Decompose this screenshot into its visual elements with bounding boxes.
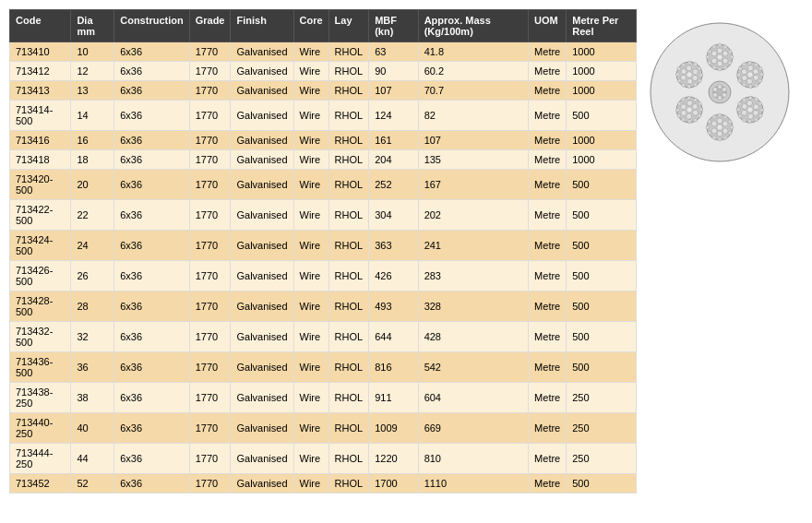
cell-core: Wire [293, 81, 328, 101]
cell-core: Wire [293, 413, 328, 444]
svg-point-75 [722, 121, 728, 126]
cell-dia: 28 [71, 291, 114, 322]
cell-dia: 36 [71, 352, 114, 383]
cell-core: Wire [293, 231, 328, 261]
cell-lay: RHOL [328, 101, 369, 131]
cell-finish: Galvanised [231, 42, 293, 62]
cell-lay: RHOL [328, 62, 369, 81]
cell-approx_mass: 810 [418, 444, 528, 474]
cell-mbf: 1220 [369, 444, 418, 474]
cell-core: Wire [293, 170, 328, 200]
cell-construction: 6x36 [114, 200, 189, 231]
cell-finish: Galvanised [231, 170, 293, 200]
svg-point-14 [711, 51, 717, 56]
cell-mbf: 493 [369, 291, 418, 322]
cell-mbf: 911 [369, 383, 418, 413]
cell-finish: Galvanised [231, 352, 293, 383]
table-row: 713444-250446x361770GalvanisedWireRHOL12… [10, 444, 637, 474]
cell-approx_mass: 283 [418, 261, 528, 291]
cell-grade: 1770 [189, 200, 231, 231]
svg-point-6 [718, 96, 722, 101]
cell-code: 713444-250 [10, 444, 71, 474]
th-lay: Lay [328, 10, 369, 42]
cell-finish: Galvanised [231, 474, 293, 493]
table-row: 713413136x361770GalvanisedWireRHOL10770.… [10, 81, 637, 101]
cell-lay: RHOL [328, 352, 369, 383]
cell-approx_mass: 60.2 [418, 62, 528, 81]
cell-code: 713424-500 [10, 231, 71, 261]
wire-rope-diagram [637, 9, 803, 166]
cell-dia: 32 [71, 322, 114, 352]
svg-point-17 [718, 43, 722, 47]
cell-construction: 6x36 [114, 413, 189, 444]
cell-code: 713420-500 [10, 170, 71, 200]
cell-uom: Metre [529, 131, 567, 150]
th-mbf: MBF (kn) [369, 10, 418, 42]
cell-construction: 6x36 [114, 261, 189, 291]
cell-lay: RHOL [328, 413, 369, 444]
cell-construction: 6x36 [114, 131, 189, 150]
svg-point-25 [708, 61, 711, 65]
cell-grade: 1770 [189, 62, 231, 81]
cell-metre_per_reel: 500 [567, 474, 637, 493]
cell-core: Wire [293, 62, 328, 81]
cell-core: Wire [293, 42, 328, 62]
cell-metre_per_reel: 1000 [567, 42, 637, 62]
svg-point-87 [728, 131, 732, 135]
svg-point-73 [711, 121, 717, 126]
table-row: 713432-500326x361770GalvanisedWireRHOL64… [10, 322, 637, 352]
cell-lay: RHOL [328, 42, 369, 62]
cell-dia: 52 [71, 474, 114, 493]
cell-code: 713440-250 [10, 413, 71, 444]
cell-core: Wire [293, 101, 328, 131]
cell-code: 713414-500 [10, 101, 71, 131]
svg-point-70 [717, 131, 722, 137]
svg-point-71 [717, 118, 722, 124]
cell-construction: 6x36 [114, 444, 189, 474]
cell-approx_mass: 241 [418, 231, 528, 261]
cell-uom: Metre [529, 383, 567, 413]
th-core: Core [293, 10, 328, 42]
svg-point-18 [723, 45, 727, 49]
table-row: 713414-500146x361770GalvanisedWireRHOL12… [10, 101, 637, 131]
cell-approx_mass: 669 [418, 413, 528, 444]
cell-metre_per_reel: 500 [567, 352, 637, 383]
cell-finish: Galvanised [231, 131, 293, 150]
cell-lay: RHOL [328, 444, 369, 474]
cell-construction: 6x36 [114, 383, 189, 413]
svg-point-3 [718, 85, 722, 89]
cell-core: Wire [293, 150, 328, 170]
svg-point-4 [722, 88, 727, 92]
cell-lay: RHOL [328, 81, 369, 101]
cell-dia: 20 [71, 170, 114, 200]
table-row: 713438-250386x361770GalvanisedWireRHOL91… [10, 383, 637, 413]
cell-uom: Metre [529, 322, 567, 352]
cell-code: 713413 [10, 81, 71, 101]
svg-point-20 [730, 55, 734, 59]
cell-uom: Metre [529, 413, 567, 444]
cell-code: 713428-500 [10, 291, 71, 322]
svg-point-23 [718, 67, 722, 71]
cell-lay: RHOL [328, 200, 369, 231]
cell-approx_mass: 328 [418, 291, 528, 322]
cell-construction: 6x36 [114, 42, 189, 62]
cell-approx_mass: 202 [418, 200, 528, 231]
svg-point-8 [713, 88, 718, 92]
svg-point-21 [728, 61, 732, 65]
cell-metre_per_reel: 500 [567, 200, 637, 231]
svg-point-22 [723, 65, 727, 69]
cell-lay: RHOL [328, 231, 369, 261]
cell-uom: Metre [529, 291, 567, 322]
table-row: 713422-500226x361770GalvanisedWireRHOL30… [10, 200, 637, 231]
cell-construction: 6x36 [114, 101, 189, 131]
cell-metre_per_reel: 250 [567, 383, 637, 413]
table-row: 713412126x361770GalvanisedWireRHOL9060.2… [10, 62, 637, 81]
svg-point-13 [722, 58, 728, 64]
cell-code: 713438-250 [10, 383, 71, 413]
cell-core: Wire [293, 131, 328, 150]
cell-grade: 1770 [189, 474, 231, 493]
cell-core: Wire [293, 352, 328, 383]
svg-point-88 [723, 136, 727, 139]
svg-point-80 [706, 125, 710, 129]
cell-grade: 1770 [189, 101, 231, 131]
